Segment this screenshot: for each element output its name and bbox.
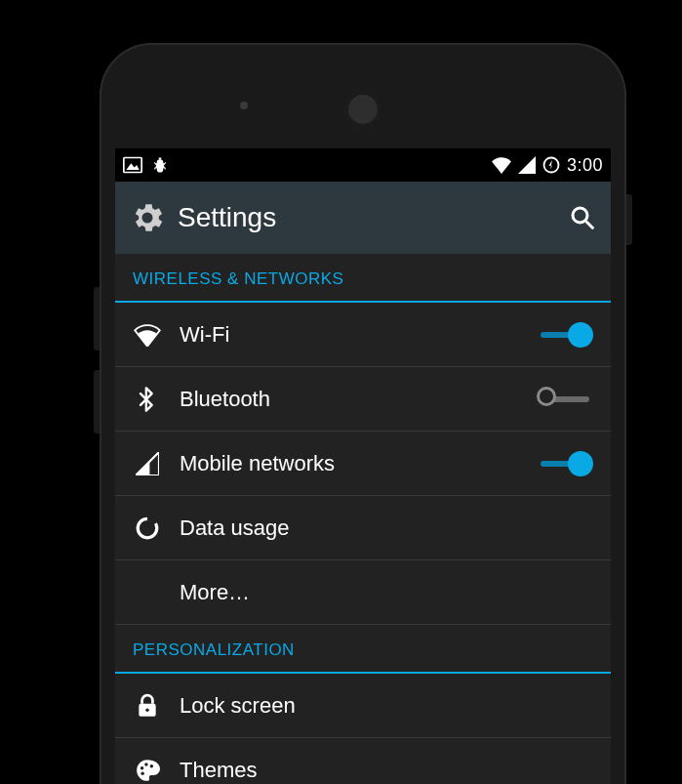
row-data-usage[interactable]: Data usage [115,496,611,560]
debug-bug-icon [150,155,170,175]
row-lock-screen[interactable]: Lock screen [115,674,611,738]
row-label: Mobile networks [180,451,335,476]
wifi-toggle[interactable] [537,320,593,350]
picture-notification-icon [123,156,142,174]
svg-point-14 [140,771,143,774]
status-bar: 3:00 [115,148,611,182]
screen: 3:00 Settings WIRELESS & NETWORKS [115,148,611,784]
row-wifi[interactable]: Wi-Fi [115,303,611,367]
bluetooth-toggle[interactable] [537,385,593,414]
svg-rect-0 [124,158,141,173]
row-label: Themes [180,758,257,783]
app-bar: Settings [115,182,611,254]
row-bluetooth[interactable]: Bluetooth [115,367,611,432]
app-bar-title: Settings [178,202,276,233]
row-label: Wi-Fi [180,322,229,348]
svg-point-13 [150,763,153,766]
data-usage-icon [133,516,162,541]
sensor-dot [240,102,248,109]
wifi-status-icon [491,156,512,174]
bluetooth-icon [133,386,162,413]
mobile-networks-toggle[interactable] [537,449,593,478]
earpiece-speaker [345,92,381,127]
svg-line-5 [586,222,594,229]
row-label: More… [180,580,250,605]
settings-list: WIRELESS & NETWORKS Wi-Fi [115,254,611,784]
row-label: Data usage [180,516,290,541]
svg-point-10 [145,708,148,711]
svg-marker-1 [126,163,139,170]
row-label: Lock screen [180,693,296,719]
row-mobile-networks[interactable]: Mobile networks [115,432,611,496]
palette-icon [133,758,162,783]
row-more[interactable]: More… [115,560,611,625]
row-label: Bluetooth [180,387,270,412]
volume-up-button [94,287,100,351]
cell-signal-icon [518,156,536,174]
row-themes[interactable]: Themes [115,738,611,784]
svg-point-11 [140,766,143,769]
svg-point-4 [573,208,587,223]
cell-signal-icon [133,452,162,475]
lock-icon [133,693,162,719]
battery-saver-icon [542,155,561,175]
section-header-personalization: PERSONALIZATION [115,625,611,674]
svg-point-12 [144,763,147,765]
phone-frame: 3:00 Settings WIRELESS & NETWORKS [100,43,626,784]
svg-marker-2 [518,156,536,174]
wifi-icon [133,323,162,347]
search-button[interactable] [568,203,597,232]
status-clock: 3:00 [567,155,603,176]
power-button [626,194,632,245]
section-header-wireless: WIRELESS & NETWORKS [115,254,611,303]
volume-down-button [94,370,100,433]
settings-gear-icon [129,199,166,236]
